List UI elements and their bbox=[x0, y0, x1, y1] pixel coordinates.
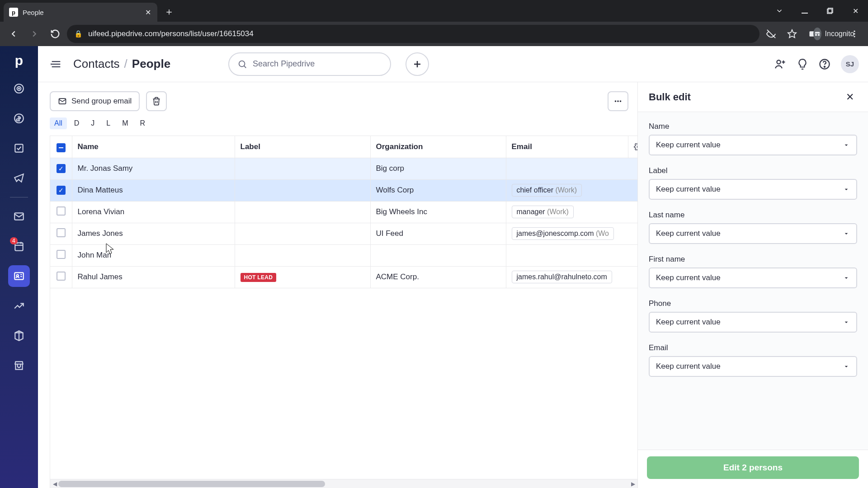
incognito-indicator[interactable]: Incognito bbox=[825, 25, 843, 43]
select-all-checkbox[interactable] bbox=[50, 136, 72, 158]
sidenav-item-contacts[interactable] bbox=[8, 265, 30, 287]
field-select[interactable]: Keep current value bbox=[649, 267, 857, 288]
invite-users-button[interactable] bbox=[774, 58, 787, 70]
cell-email bbox=[506, 244, 637, 266]
table-row[interactable]: ✓Mr. Jonas SamyBig corp bbox=[50, 158, 637, 179]
breadcrumb: Contacts / People bbox=[73, 57, 170, 71]
svg-point-7 bbox=[817, 34, 820, 36]
more-actions-button[interactable] bbox=[608, 91, 628, 111]
col-header-org[interactable]: Organization bbox=[370, 136, 506, 158]
sidenav-item-leads[interactable] bbox=[8, 78, 30, 99]
sidenav-item-mail[interactable] bbox=[8, 206, 30, 227]
table-settings-button[interactable] bbox=[628, 136, 637, 158]
cell-org[interactable] bbox=[370, 244, 506, 266]
sidebar-toggle-button[interactable] bbox=[47, 55, 65, 73]
cell-name[interactable]: Dina Matteus bbox=[72, 179, 235, 201]
select-value: Keep current value bbox=[656, 362, 721, 371]
cell-org[interactable]: UI Feed bbox=[370, 223, 506, 244]
letter-filter-d[interactable]: D bbox=[70, 117, 84, 129]
app-logo-icon[interactable]: p bbox=[10, 52, 28, 70]
sidenav-item-marketplace[interactable] bbox=[8, 355, 30, 376]
cell-email[interactable]: chief officer (Work) bbox=[506, 179, 637, 201]
bookmark-icon[interactable] bbox=[783, 25, 801, 43]
cell-email[interactable]: james@jonescomp.com (Wo bbox=[506, 223, 637, 244]
field-label: Email bbox=[649, 343, 857, 352]
sidenav-item-insights[interactable] bbox=[8, 295, 30, 317]
row-checkbox[interactable] bbox=[50, 223, 72, 244]
browser-tab[interactable]: p People ✕ bbox=[4, 3, 157, 22]
table-row[interactable]: ✓Dina MatteusWolfs Corpchief officer (Wo… bbox=[50, 179, 637, 201]
field-select[interactable]: Keep current value bbox=[649, 179, 857, 200]
sidenav-item-products[interactable] bbox=[8, 325, 30, 347]
window-minimize-button[interactable] bbox=[792, 0, 817, 22]
svg-point-36 bbox=[824, 66, 825, 67]
tabs-dropdown-icon[interactable] bbox=[767, 0, 792, 22]
sidenav-item-deals[interactable] bbox=[8, 108, 30, 129]
scroll-left-icon[interactable]: ◀ bbox=[50, 479, 59, 488]
send-group-email-button[interactable]: Send group email bbox=[50, 91, 140, 111]
field-select[interactable]: Keep current value bbox=[649, 135, 857, 155]
cell-name[interactable]: Rahul James bbox=[72, 266, 235, 288]
horizontal-scrollbar[interactable]: ◀ ▶ bbox=[50, 479, 637, 488]
letter-filter-j[interactable]: J bbox=[86, 117, 99, 129]
letter-filter-m[interactable]: M bbox=[118, 117, 132, 129]
send-group-email-label: Send group email bbox=[71, 97, 132, 106]
letter-filter-r[interactable]: R bbox=[136, 117, 150, 129]
table-row[interactable]: John Man bbox=[50, 244, 637, 266]
browser-menu-button[interactable] bbox=[845, 25, 863, 43]
table-row[interactable]: Rahul JamesHOT LEADACME Corp.james.rahul… bbox=[50, 266, 637, 288]
breadcrumb-root[interactable]: Contacts bbox=[73, 57, 120, 71]
nav-reload-button[interactable] bbox=[46, 25, 64, 43]
url-input[interactable]: 🔒 uifeed.pipedrive.com/persons/list/user… bbox=[67, 25, 760, 43]
table-row[interactable]: Lorena VivianBig Wheels Incmanager (Work… bbox=[50, 201, 637, 223]
row-checkbox[interactable] bbox=[50, 266, 72, 288]
mail-icon bbox=[58, 97, 67, 106]
sidenav-item-projects[interactable] bbox=[8, 137, 30, 159]
help-button[interactable] bbox=[818, 58, 831, 70]
scroll-right-icon[interactable]: ▶ bbox=[628, 479, 637, 488]
new-tab-button[interactable]: ＋ bbox=[161, 4, 177, 20]
window-close-button[interactable]: ✕ bbox=[843, 0, 868, 22]
sidenav-item-campaigns[interactable] bbox=[8, 167, 30, 189]
sidenav-item-activities[interactable]: 4 bbox=[8, 235, 30, 257]
col-header-name[interactable]: Name bbox=[72, 136, 235, 158]
cell-org[interactable]: Big corp bbox=[370, 158, 506, 179]
nav-back-button[interactable] bbox=[5, 25, 23, 43]
gear-icon bbox=[634, 142, 638, 151]
select-value: Keep current value bbox=[656, 229, 721, 238]
add-button[interactable] bbox=[406, 52, 429, 76]
cell-name[interactable]: John Man bbox=[72, 244, 235, 266]
letter-filter-all[interactable]: All bbox=[50, 117, 67, 129]
field-select[interactable]: Keep current value bbox=[649, 312, 857, 333]
cell-org[interactable]: ACME Corp. bbox=[370, 266, 506, 288]
col-header-email[interactable]: Email bbox=[506, 136, 628, 158]
row-checkbox[interactable]: ✓ bbox=[50, 158, 72, 179]
cell-org[interactable]: Big Wheels Inc bbox=[370, 201, 506, 223]
search-input[interactable]: Search Pipedrive bbox=[228, 52, 391, 76]
panel-close-button[interactable]: ✕ bbox=[843, 90, 857, 104]
field-select[interactable]: Keep current value bbox=[649, 223, 857, 244]
cell-name[interactable]: James Jones bbox=[72, 223, 235, 244]
table-row[interactable]: James JonesUI Feedjames@jonescomp.com (W… bbox=[50, 223, 637, 244]
cell-email[interactable]: james.rahul@rahulneto.com bbox=[506, 266, 637, 288]
assistant-button[interactable] bbox=[797, 58, 808, 70]
sidenav-divider bbox=[10, 197, 28, 197]
bulk-edit-submit-button[interactable]: Edit 2 persons bbox=[647, 456, 859, 479]
cell-email[interactable]: manager (Work) bbox=[506, 201, 637, 223]
window-maximize-button[interactable] bbox=[817, 0, 843, 22]
nav-forward-button[interactable] bbox=[25, 25, 43, 43]
row-checkbox[interactable] bbox=[50, 244, 72, 266]
eye-off-icon[interactable] bbox=[762, 25, 780, 43]
letter-filter-l[interactable]: L bbox=[102, 117, 115, 129]
delete-button[interactable] bbox=[146, 91, 167, 111]
row-checkbox[interactable]: ✓ bbox=[50, 179, 72, 201]
col-header-label[interactable]: Label bbox=[235, 136, 370, 158]
scrollbar-thumb[interactable] bbox=[58, 481, 325, 487]
row-checkbox[interactable] bbox=[50, 201, 72, 223]
cell-org[interactable]: Wolfs Corp bbox=[370, 179, 506, 201]
cell-name[interactable]: Lorena Vivian bbox=[72, 201, 235, 223]
tab-close-button[interactable]: ✕ bbox=[144, 8, 152, 16]
cell-name[interactable]: Mr. Jonas Samy bbox=[72, 158, 235, 179]
avatar[interactable]: SJ bbox=[841, 55, 859, 73]
field-select[interactable]: Keep current value bbox=[649, 356, 857, 377]
